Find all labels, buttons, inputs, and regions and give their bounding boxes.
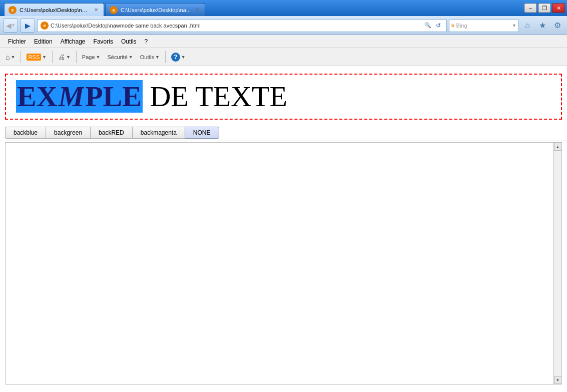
back-arrow-icon: ◀ — [6, 22, 12, 30]
print-icon: 🖨 — [58, 53, 65, 61]
search-bar[interactable]: b Bing ▼ — [449, 19, 519, 32]
scroll-down-arrow[interactable]: ▼ — [554, 376, 562, 384]
scroll-thumb-area — [554, 151, 561, 376]
tab-1-close[interactable]: ✕ — [93, 7, 100, 14]
content-area: EXMPLE DE TEXTE backblue backgreen backR… — [0, 66, 567, 392]
page-dropdown: ▼ — [96, 55, 101, 60]
menu-outils[interactable]: Outils — [117, 37, 141, 46]
bing-icon: b — [451, 23, 454, 28]
back-button[interactable]: ◀ ▼ — [3, 19, 18, 33]
toolbar-security-label: Sécurité — [107, 54, 127, 60]
settings-gear-button[interactable]: ⚙ — [551, 19, 564, 32]
buttons-row: backblue backgreen backRED backmagenta N… — [0, 125, 567, 141]
toolbar-help-btn[interactable]: ? ▼ — [169, 50, 188, 64]
address-text: C:\Users\polux\Desktop\nawmode same back… — [51, 23, 422, 29]
toolbar-security-btn[interactable]: Sécurité ▼ — [105, 50, 135, 64]
minimize-button[interactable]: – — [524, 3, 537, 13]
favorites-star-button[interactable]: ★ — [536, 19, 549, 32]
toolbar-sep-2 — [52, 51, 53, 63]
search-placeholder: Bing — [456, 23, 467, 29]
print-dropdown: ▼ — [66, 55, 71, 60]
scroll-track: ▲ ▼ — [553, 143, 561, 384]
toolbar-sep-3 — [76, 51, 77, 63]
rest-of-text: DE TEXTE — [143, 80, 287, 113]
toolbar-home-icon: ⌂ — [6, 53, 10, 61]
help-icon: ? — [171, 53, 180, 62]
toolbar-rss-btn[interactable]: RSS ▼ — [24, 50, 49, 64]
tab-1[interactable]: e C:\Users\polux\Desktop\nawmode same ba… — [4, 3, 104, 16]
close-button[interactable]: ✕ — [552, 3, 565, 13]
security-dropdown: ▼ — [129, 55, 133, 60]
btn-backgreen[interactable]: backgreen — [46, 127, 90, 139]
toolbar-tools-btn[interactable]: Outils ▼ — [138, 50, 162, 64]
btn-none[interactable]: NONE — [185, 127, 219, 139]
address-search-icon[interactable]: 🔍 — [424, 22, 431, 29]
right-nav-icons: ⌂ ★ ⚙ — [521, 19, 564, 32]
toolbar-home-dropdown: ▼ — [11, 55, 15, 60]
selected-text-ple: PLE — [84, 80, 143, 113]
scroll-box[interactable]: ▲ ▼ — [5, 142, 562, 384]
menu-fichier[interactable]: Fichier — [4, 37, 30, 46]
toolbar-page-btn[interactable]: Page ▼ — [80, 50, 103, 64]
scroll-up-arrow[interactable]: ▲ — [554, 143, 562, 151]
toolbar-print-btn[interactable]: 🖨 ▼ — [56, 50, 73, 64]
address-ie-icon: e — [41, 22, 49, 30]
restore-button[interactable]: ❐ — [538, 3, 551, 13]
address-bar-area: ◀ ▼ ▶ e C:\Users\polux\Desktop\nawmode s… — [0, 16, 567, 35]
refresh-button[interactable]: ↺ — [433, 21, 443, 31]
ie-favicon-1: e — [9, 6, 17, 14]
btn-backblue[interactable]: backblue — [5, 127, 46, 139]
demo-area: EXMPLE DE TEXTE — [5, 74, 562, 120]
btn-backmagenta[interactable]: backmagenta — [132, 127, 185, 139]
tab-1-label: C:\Users\polux\Desktop\nawmode same back… — [20, 7, 90, 13]
address-box[interactable]: e C:\Users\polux\Desktop\nawmode same ba… — [37, 19, 447, 32]
tab-2-close[interactable]: ✕ — [194, 7, 201, 14]
rss-dropdown: ▼ — [42, 55, 47, 60]
tab-2[interactable]: e C:\Users\polux\Desktop\na... ✕ — [105, 3, 205, 16]
menu-favoris[interactable]: Favoris — [90, 37, 117, 46]
toolbar-sep-4 — [165, 51, 166, 63]
toolbar-tools-label: Outils — [140, 54, 154, 60]
toolbar-sep-1 — [21, 51, 21, 63]
menu-bar: Fichier Edition Affichage Favoris Outils… — [0, 35, 567, 48]
tab-2-label: C:\Users\polux\Desktop\na... — [121, 7, 191, 13]
btn-backred[interactable]: backRED — [90, 127, 132, 139]
menu-help[interactable]: ? — [141, 37, 152, 46]
forward-button[interactable]: ▶ — [20, 19, 35, 33]
back-dropdown-icon: ▼ — [12, 23, 16, 28]
help-dropdown: ▼ — [181, 55, 186, 60]
selected-text-ex: EX — [16, 80, 59, 113]
toolbar: ⌂ ▼ RSS ▼ 🖨 ▼ Page ▼ Sécurité ▼ Outils ▼… — [0, 48, 567, 66]
toolbar-home-btn[interactable]: ⌂ ▼ — [3, 50, 18, 64]
title-bar: e C:\Users\polux\Desktop\nawmode same ba… — [0, 0, 567, 16]
browser-window: e C:\Users\polux\Desktop\nawmode same ba… — [0, 0, 567, 392]
tab-area: e C:\Users\polux\Desktop\nawmode same ba… — [4, 0, 524, 16]
page-frame: EXMPLE DE TEXTE backblue backgreen backR… — [0, 66, 567, 392]
tools-dropdown: ▼ — [155, 55, 160, 60]
demo-text: EXMPLE DE TEXTE — [16, 82, 287, 111]
toolbar-page-label: Page — [82, 54, 95, 60]
search-dropdown-icon[interactable]: ▼ — [512, 23, 516, 28]
selected-text-m: M — [59, 80, 85, 113]
ie-favicon-2: e — [110, 6, 118, 14]
forward-arrow-icon: ▶ — [25, 22, 31, 30]
menu-edition[interactable]: Edition — [30, 37, 57, 46]
home-button[interactable]: ⌂ — [521, 19, 534, 32]
rss-icon: RSS — [27, 54, 41, 61]
menu-affichage[interactable]: Affichage — [57, 37, 90, 46]
window-controls: – ❐ ✕ — [524, 3, 565, 13]
